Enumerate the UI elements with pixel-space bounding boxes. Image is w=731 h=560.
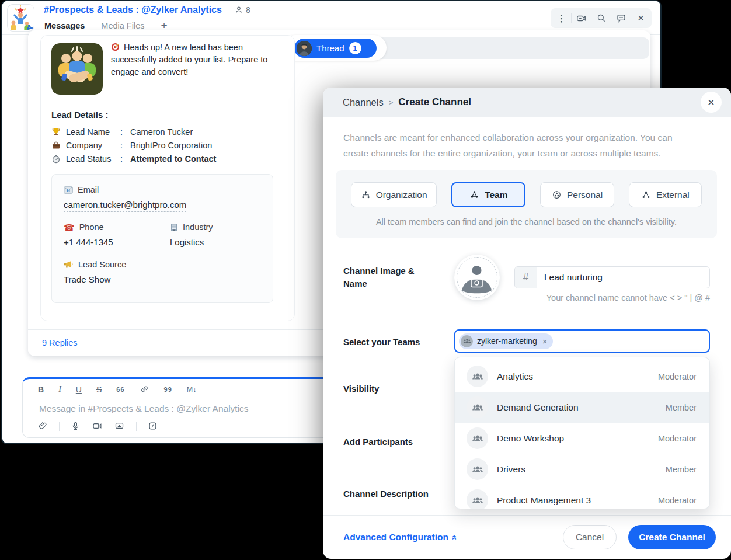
visibility-label: Visibility [343,382,379,395]
chip-remove-icon[interactable]: × [542,336,548,346]
personal-circle-icon [552,190,562,200]
phone-value[interactable]: +1 444-1345 [64,237,113,249]
lead-message-card: Heads up! A new lead has been successful… [40,35,295,321]
modal-header: Channels > Create Channel × [323,88,731,117]
screen-share-icon[interactable] [114,421,125,431]
slash-command-icon[interactable] [148,421,158,431]
attachment-toolbar [38,421,158,431]
add-participants-label: Add Participants [343,436,413,448]
bold-button[interactable]: B [38,385,44,394]
email-value[interactable]: cameron.tucker@brightpro.com [64,200,186,212]
channel-name-input[interactable]: # Lead nurturing [514,266,710,288]
stopwatch-icon [51,154,61,164]
tab-media-files[interactable]: Media Files [101,21,144,30]
channel-type-hint: All team members can find and join the c… [336,217,717,227]
channel-description-label: Channel Description [343,488,429,500]
channel-logo [7,4,34,32]
chat-bubble-icon[interactable] [611,8,631,28]
video-camera-icon[interactable] [92,421,103,431]
celebration-logo-icon [8,5,34,31]
email-label: Email [64,185,261,194]
lead-status-value: Attempted to Contact [130,154,216,164]
phone-label: ☎ Phone [64,222,170,232]
briefcase-icon [51,141,61,150]
team-option-demand-generation[interactable]: Demand Generation Member [455,392,709,423]
video-call-icon[interactable] [572,8,591,28]
channel-name-hint: Your channel name cannot have < > " | @ … [514,293,710,302]
type-organization-button[interactable]: Organization [351,182,437,207]
message-input[interactable]: Message in #Prospects & Leads : @Zylker … [39,404,249,414]
industry-value: Logistics [170,237,213,247]
modal-footer: Advanced Configuration « Cancel Create C… [323,515,731,559]
type-personal-button[interactable]: Personal [540,182,614,207]
create-channel-button[interactable]: Create Channel [628,525,716,549]
channel-name-value: Lead nurturing [537,267,603,288]
breadcrumb-separator: > [389,98,394,107]
lead-detail-card: Email cameron.tucker@brightpro.com ☎ Pho… [51,174,273,303]
group-avatar [467,489,488,509]
thread-count-badge: 1 [349,42,361,54]
company-row: Company: BrightPro Corporation [51,141,216,150]
team-triangle-icon [469,190,479,200]
select-teams-label: Select your Teams [343,336,420,349]
strikethrough-button[interactable]: S [96,385,102,394]
phone-icon: ☎ [64,223,75,232]
org-hierarchy-icon [361,190,371,200]
tab-messages[interactable]: Messages [44,21,85,30]
building-icon [170,223,178,232]
italic-button[interactable]: I [58,385,61,394]
group-avatar [467,396,488,418]
advanced-configuration-link[interactable]: Advanced Configuration « [343,532,457,542]
trophy-icon [51,127,61,137]
search-icon[interactable] [591,8,611,28]
team-option-demo-workshop[interactable]: Demo Workshop Moderator [455,423,709,454]
paperclip-icon[interactable] [38,421,48,431]
link-icon [140,384,149,394]
close-icon[interactable]: × [631,8,650,28]
lead-name-row: Lead Name: Cameron Tucker [51,127,216,137]
channel-image-name-label: Channel Image & Name [343,265,419,290]
lead-name-value: Cameron Tucker [130,127,193,137]
type-team-button[interactable]: Team [451,182,525,207]
modal-description: Channels are meant for enhanced collabor… [343,130,697,161]
markdown-button[interactable]: M↓ [187,385,197,394]
kebab-menu-icon[interactable]: ⋮ [552,8,571,28]
teams-input[interactable]: zylker-marketing × [454,329,710,353]
thread-label: Thread [316,43,344,53]
group-avatar [467,458,488,480]
underline-button[interactable]: U [76,385,82,394]
external-network-icon [641,190,651,200]
team-chip[interactable]: zylker-marketing × [459,333,553,349]
team-option-product-management-3[interactable]: Product Management 3 Moderator [455,485,709,509]
cancel-button[interactable]: Cancel [563,525,617,549]
divider [228,5,228,15]
lead-details-title: Lead Details : [51,110,109,120]
team-chip-label: zylker-marketing [477,336,537,346]
industry-label: Industry [170,222,213,232]
team-chip-avatar [461,335,473,347]
team-option-analytics[interactable]: Analytics Moderator [455,361,709,392]
modal-title: Create Channel [398,96,471,108]
microphone-icon[interactable] [71,421,81,431]
chat-title: #Prospects & Leads : @Zylker Analytics [44,5,222,15]
company-value: BrightPro Corporation [130,141,212,150]
type-external-button[interactable]: External [629,182,702,207]
lead-source-label: Lead Source [64,260,261,269]
breadcrumb-channels[interactable]: Channels [343,97,384,108]
window-actions: ⋮ × [551,8,652,28]
person-icon [234,5,243,15]
team-option-drivers[interactable]: Drivers Member [455,454,709,485]
thread-pill[interactable]: Thread 1 [294,39,377,58]
chevron-up-icon: « [450,535,460,540]
thread-avatar [297,41,312,56]
member-count[interactable]: 8 [234,5,250,15]
format-toolbar: B I U S 66 99 M↓ [38,384,196,394]
replies-link[interactable]: 9 Replies [42,330,77,356]
create-channel-modal: Channels > Create Channel × Channels are… [323,88,731,559]
link-button[interactable] [140,384,149,394]
megaphone-icon [64,260,74,269]
blockquote-open-button[interactable]: 66 [116,386,124,393]
modal-close-button[interactable]: × [701,92,722,113]
blockquote-close-button[interactable]: 99 [164,386,172,393]
channel-image-upload[interactable] [454,255,500,300]
